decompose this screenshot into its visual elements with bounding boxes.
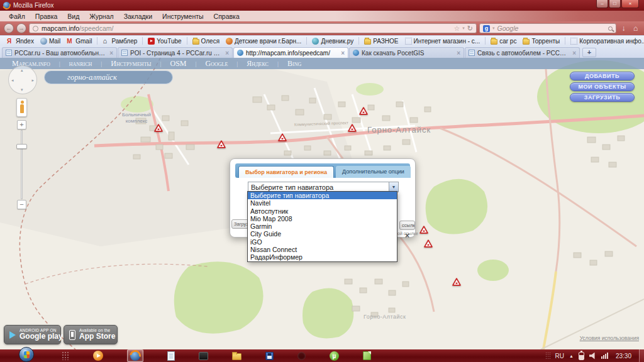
map-button-0[interactable]: ДОБАВИТЬ	[570, 72, 635, 80]
reload-icon[interactable]: ↻	[467, 25, 473, 33]
taskbar-grip[interactable]	[545, 352, 550, 360]
option-3[interactable]: Mio Map 2008	[248, 215, 397, 222]
taskbar-pinned-grid[interactable]	[62, 351, 69, 360]
site-menu-item-2[interactable]: Инструменты	[106, 59, 155, 69]
bookmark-item-6[interactable]: Детские врачи г.Барн...	[223, 38, 304, 45]
site-menu-item-4[interactable]: Google	[201, 59, 233, 69]
download-button-clipped[interactable]: Загруз	[231, 219, 249, 229]
dialog-tab-1[interactable]: Дополнительные опции	[336, 166, 411, 178]
dialog-close-icon[interactable]: ×	[405, 233, 409, 239]
site-menu-item-6[interactable]: Bing	[283, 59, 306, 69]
speedcam-marker-3[interactable]	[348, 123, 357, 131]
map-button-1[interactable]: МОИ ОБЪЕКТЫ	[570, 82, 635, 91]
menu-item-3[interactable]: Журнал	[84, 13, 118, 20]
option-1[interactable]: Navitel	[248, 199, 397, 207]
option-8[interactable]: РадарИнформер	[248, 253, 397, 261]
search-bar[interactable]: g ▾ Google	[479, 23, 616, 33]
google-search-icon[interactable]: g	[483, 25, 490, 32]
zoom-slider-track[interactable]	[21, 130, 23, 199]
get-link-button-clipped[interactable]: ссылку	[399, 221, 415, 230]
speedcam-marker-2[interactable]	[278, 133, 287, 141]
street-view-pegman[interactable]	[16, 98, 27, 117]
menu-item-4[interactable]: Закладки	[119, 13, 157, 20]
bookmark-item-9[interactable]: Интернет магазин - с...	[402, 38, 484, 45]
taskbar-save-disk[interactable]	[265, 352, 274, 360]
dialog-tab-0[interactable]: Выбор навигатора и региона	[238, 166, 334, 178]
new-tab-button[interactable]: +	[582, 48, 596, 57]
menu-item-6[interactable]: Справка	[209, 13, 245, 20]
pan-right-icon[interactable]: ▸	[31, 78, 34, 82]
option-5[interactable]: City Guide	[248, 230, 397, 238]
tab-close-icon[interactable]: ×	[108, 50, 113, 57]
zoom-out-button[interactable]: −	[17, 200, 26, 209]
tab-close-icon[interactable]: ×	[455, 50, 460, 57]
map-viewport[interactable]: Mapcam.info|hanrich|Инструменты|OSM|Goog…	[0, 58, 644, 349]
bookmark-item-0[interactable]: Яndex	[4, 38, 37, 45]
menu-item-5[interactable]: Инструменты	[157, 13, 208, 20]
site-menu-item-1[interactable]: hanrich	[65, 59, 96, 69]
speedcam-marker-7[interactable]	[452, 277, 461, 285]
terms-of-use-link[interactable]: Условия использования	[580, 335, 639, 341]
bookmark-item-3[interactable]: Рамблер	[99, 38, 140, 45]
map-pan-control[interactable]: ▴ ▾ ◂ ▸	[8, 65, 37, 94]
google-play-badge[interactable]: ANDROID APP ON Google play	[4, 325, 61, 344]
close-button[interactable]: ×	[621, 0, 639, 8]
speedcam-marker-1[interactable]	[217, 140, 226, 148]
taskbar-firefox[interactable]	[127, 349, 143, 362]
option-2[interactable]: Автоспутник	[248, 207, 397, 215]
bookmark-item-1[interactable]: Mail	[37, 38, 64, 45]
taskbar-notes[interactable]	[363, 351, 371, 360]
taskbar-media-player[interactable]	[93, 351, 103, 361]
speedcam-marker-6[interactable]	[424, 239, 433, 247]
zoom-in-button[interactable]: +	[17, 120, 26, 129]
option-4[interactable]: Garmin	[248, 222, 397, 230]
tray-expand-icon[interactable]: ▲	[569, 354, 574, 358]
network-signal-icon[interactable]	[601, 353, 608, 359]
bookmark-item-2[interactable]: Gmail	[64, 38, 95, 45]
downloads-button[interactable]: ↓	[619, 23, 628, 33]
pan-up-icon[interactable]: ▴	[21, 68, 23, 72]
back-button[interactable]: ←	[4, 23, 14, 33]
url-bar[interactable]: mapcam.info /speedcam/ ☆ ▾ ↻	[29, 23, 477, 33]
show-desktop-button[interactable]	[639, 349, 644, 362]
language-indicator[interactable]: RU	[555, 353, 564, 359]
home-button[interactable]: ⌂	[631, 23, 640, 33]
taskbar-console[interactable]	[199, 352, 208, 360]
taskbar-dim-app[interactable]	[297, 352, 306, 360]
magnifier-icon[interactable]	[608, 26, 613, 31]
battery-icon[interactable]	[579, 352, 584, 360]
menu-item-1[interactable]: Правка	[30, 13, 62, 20]
tab-2[interactable]: http://mapcam.info/speedcam/×	[233, 47, 348, 58]
search-engine-dropdown-icon[interactable]: ▾	[492, 26, 495, 31]
speaker-icon[interactable]	[589, 353, 596, 359]
tab-close-icon[interactable]: ×	[340, 50, 345, 57]
minimize-button[interactable]: –	[596, 0, 608, 8]
pan-down-icon[interactable]: ▾	[21, 87, 23, 92]
bookmark-star-icon[interactable]: ☆	[453, 25, 460, 33]
bookmark-item-10[interactable]: car pc	[487, 38, 519, 45]
tab-3[interactable]: Как скачать PocetGIS×	[349, 47, 464, 58]
speedcam-marker-0[interactable]	[154, 123, 163, 131]
tab-0[interactable]: PCCar.ru - Ваш автомобильный ко...×	[2, 47, 117, 58]
start-button[interactable]	[19, 347, 34, 362]
bookmark-item-5[interactable]: Олеся	[189, 38, 223, 45]
taskbar-explorer[interactable]	[232, 351, 242, 360]
pan-left-icon[interactable]: ◂	[11, 78, 14, 82]
speedcam-marker-4[interactable]	[359, 106, 368, 114]
bookmark-item-7[interactable]: Дневник.ру	[309, 38, 357, 45]
bookmark-item-12[interactable]: Корпоративная инфо...	[567, 38, 644, 45]
option-0[interactable]: Выберите тип навигатора	[248, 192, 397, 199]
taskbar-notepad[interactable]	[167, 351, 175, 361]
bookmark-item-4[interactable]: YouTube	[145, 38, 184, 45]
taskbar-utorrent[interactable]	[330, 351, 339, 361]
menu-item-2[interactable]: Вид	[62, 13, 84, 20]
speedcam-marker-5[interactable]	[419, 225, 428, 233]
clock[interactable]: 23:30	[616, 353, 631, 359]
menu-item-0[interactable]: Файл	[4, 13, 30, 20]
app-store-badge[interactable]: Available on the App Store	[64, 325, 118, 344]
tab-4[interactable]: Связь с автомобилем - PCCar.ru - В...×	[465, 47, 580, 58]
option-6[interactable]: iGO	[248, 238, 397, 246]
url-dropdown-icon[interactable]: ▾	[462, 26, 465, 31]
select-arrow-icon[interactable]: ▼	[389, 182, 398, 192]
tab-close-icon[interactable]: ×	[571, 50, 576, 57]
